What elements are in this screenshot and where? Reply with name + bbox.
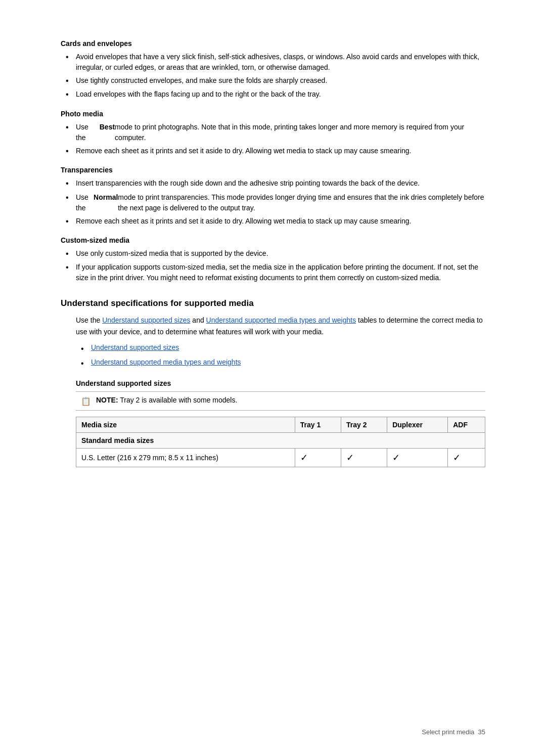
list-item: Avoid envelopes that have a very slick f… [66, 52, 485, 73]
note-icon: 📋 [81, 396, 92, 406]
table-header-media-size: Media size [76, 417, 295, 432]
tray2-cell: ✓ [341, 448, 387, 467]
duplexer-cell: ✓ [387, 448, 448, 467]
understand-link-list: Understand supported sizes Understand su… [81, 343, 485, 369]
section-understand-specs: Understand specifications for supported … [61, 298, 485, 467]
link-understand-sizes[interactable]: Understand supported sizes [91, 343, 179, 351]
table-sub-header-row: Standard media sizes [76, 432, 485, 448]
list-item: Use the Normal mode to print transparenc… [66, 192, 485, 213]
list-item: Remove each sheet as it prints and set i… [66, 216, 485, 227]
transparencies-heading: Transparencies [61, 166, 485, 174]
adf-checkmark: ✓ [453, 453, 461, 463]
understand-specs-heading: Understand specifications for supported … [61, 298, 485, 308]
table-header-tray1: Tray 1 [295, 417, 341, 432]
list-item: Remove each sheet as it prints and set i… [66, 146, 485, 157]
tray1-checkmark: ✓ [300, 453, 308, 463]
list-item: Insert transparencies with the rough sid… [66, 178, 485, 189]
section-photo-media: Photo media Use the Best mode to print p… [61, 110, 485, 157]
understand-intro-paragraph: Use the Understand supported sizes and U… [76, 315, 485, 337]
page-content: Cards and envelopes Avoid envelopes that… [0, 0, 546, 508]
photo-media-heading: Photo media [61, 110, 485, 118]
table-header-adf: ADF [448, 417, 485, 432]
media-size-table: Media size Tray 1 Tray 2 Duplexer ADF St… [76, 417, 485, 467]
link-list-item-sizes: Understand supported sizes [81, 343, 485, 354]
tray2-checkmark: ✓ [346, 453, 354, 463]
page-footer: Select print media 35 [422, 728, 485, 736]
media-size-cell: U.S. Letter (216 x 279 mm; 8.5 x 11 inch… [76, 448, 295, 467]
supported-sizes-heading: Understand supported sizes [76, 379, 485, 387]
list-item: Use tightly constructed envelopes, and m… [66, 75, 485, 86]
table-header-duplexer: Duplexer [387, 417, 448, 432]
transparencies-list: Insert transparencies with the rough sid… [66, 178, 485, 227]
footer-text: Select print media [422, 728, 474, 736]
note-box: 📋 NOTE: Tray 2 is available with some mo… [76, 391, 485, 411]
adf-cell: ✓ [448, 448, 485, 467]
note-label: NOTE: [96, 396, 118, 404]
note-text: Tray 2 is available with some models. [120, 396, 237, 404]
link-understand-sizes-inline[interactable]: Understand supported sizes [102, 316, 190, 324]
custom-media-heading: Custom-sized media [61, 236, 485, 244]
understand-specs-indent: Use the Understand supported sizes and U… [76, 315, 485, 467]
link-list-item-types: Understand supported media types and wei… [81, 358, 485, 369]
sub-section-supported-sizes: Understand supported sizes 📋 NOTE: Tray … [76, 379, 485, 467]
custom-media-list: Use only custom-sized media that is supp… [66, 248, 485, 283]
duplexer-checkmark: ✓ [392, 453, 400, 463]
photo-media-list: Use the Best mode to print photographs. … [66, 122, 485, 157]
standard-media-sizes-label: Standard media sizes [76, 432, 485, 448]
section-custom-media: Custom-sized media Use only custom-sized… [61, 236, 485, 283]
link-understand-types[interactable]: Understand supported media types and wei… [91, 358, 241, 366]
cards-envelopes-list: Avoid envelopes that have a very slick f… [66, 52, 485, 101]
list-item: If your application supports custom-size… [66, 262, 485, 283]
page-number: 35 [478, 728, 485, 736]
link-understand-media-types-inline[interactable]: Understand supported media types and wei… [206, 316, 356, 324]
cards-envelopes-heading: Cards and envelopes [61, 39, 485, 48]
table-header-tray2: Tray 2 [341, 417, 387, 432]
section-transparencies: Transparencies Insert transparencies wit… [61, 166, 485, 227]
note-content: NOTE: Tray 2 is available with some mode… [96, 396, 237, 404]
list-item: Load envelopes with the flaps facing up … [66, 89, 485, 100]
table-row: U.S. Letter (216 x 279 mm; 8.5 x 11 inch… [76, 448, 485, 467]
list-item: Use only custom-sized media that is supp… [66, 248, 485, 259]
tray1-cell: ✓ [295, 448, 341, 467]
section-cards-envelopes: Cards and envelopes Avoid envelopes that… [61, 39, 485, 101]
list-item: Use the Best mode to print photographs. … [66, 122, 485, 143]
